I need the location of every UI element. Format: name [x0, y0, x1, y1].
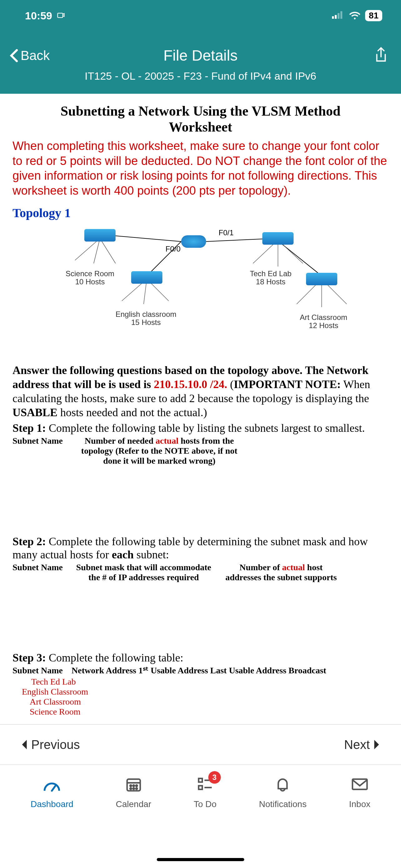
step1-line: Step 1: Complete the following table by …	[12, 422, 389, 435]
next-label: Next	[344, 738, 370, 752]
step2-line: Step 2: Complete the following table by …	[12, 535, 389, 561]
bell-icon	[273, 774, 293, 794]
svg-rect-2	[335, 15, 337, 19]
switch-icon	[306, 273, 337, 285]
todo-icon: 3	[195, 774, 215, 794]
table2-header: Subnet Name Subnet mask that will accomm…	[12, 562, 389, 582]
science-hosts: 10 Hosts	[75, 277, 105, 286]
back-label: Back	[21, 48, 49, 63]
svg-rect-3	[338, 13, 339, 19]
doc-title-2: Worksheet	[12, 119, 389, 135]
step3-line: Step 3: Complete the following table:	[12, 651, 389, 664]
art-hosts: 12 Hosts	[309, 321, 338, 330]
router-icon	[181, 235, 206, 248]
cellular-icon	[332, 10, 344, 22]
switch-icon	[262, 232, 294, 245]
tab-inbox-label: Inbox	[349, 799, 371, 809]
answer-intro: Answer the following questions based on …	[12, 363, 389, 420]
page-subtitle: IT125 - OL - 20025 - F23 - Fund of IPv4 …	[0, 70, 401, 82]
tab-todo-label: To Do	[194, 799, 216, 809]
svg-rect-4	[340, 11, 342, 19]
svg-rect-35	[352, 779, 367, 789]
svg-line-11	[100, 239, 115, 264]
row-science: Science Room	[30, 707, 389, 717]
back-button[interactable]: Back	[9, 48, 49, 63]
svg-rect-0	[58, 13, 63, 18]
battery-indicator: 81	[365, 10, 382, 21]
svg-line-9	[75, 239, 100, 260]
switch-icon	[131, 271, 162, 284]
wifi-icon	[349, 10, 361, 22]
svg-rect-31	[199, 778, 202, 782]
camera-icon	[57, 10, 65, 22]
english-hosts: 15 Hosts	[131, 318, 161, 327]
row-teched: Tech Ed Lab	[31, 677, 389, 687]
svg-point-28	[130, 788, 132, 789]
teched-hosts: 18 Hosts	[256, 277, 286, 286]
topology1-diagram: F0/0 F0/1 Science Room 10 Hosts English …	[12, 223, 389, 360]
tab-calendar-label: Calendar	[116, 799, 152, 809]
table3-header: Subnet Name Network Address 1ˢᵗ Usable A…	[12, 665, 389, 676]
doc-intro: When completing this worksheet, make sur…	[12, 139, 389, 198]
switch-icon	[84, 229, 115, 242]
row-art: Art Classroom	[30, 697, 389, 707]
svg-rect-1	[332, 16, 334, 19]
previous-label: Previous	[31, 738, 80, 752]
nav-bar: Back File Details IT125 - OL - 20025 - F…	[0, 31, 401, 94]
svg-rect-33	[199, 786, 202, 789]
todo-badge: 3	[208, 771, 221, 784]
next-button[interactable]: Next	[344, 738, 379, 752]
tab-calendar[interactable]: Calendar	[116, 774, 152, 809]
interface-f01: F0/1	[219, 228, 234, 237]
share-button[interactable]	[373, 46, 389, 65]
home-indicator[interactable]	[157, 858, 244, 861]
svg-point-27	[136, 785, 137, 786]
table1-header: Subnet Name Number of needed actual host…	[12, 436, 389, 466]
previous-button[interactable]: Previous	[22, 738, 80, 752]
prev-next-toolbar: Previous Next	[0, 724, 401, 765]
interface-f00: F0/0	[166, 245, 180, 253]
science-label: Science Room	[66, 269, 114, 278]
teched-label: Tech Ed Lab	[250, 269, 291, 278]
document-content: Subnetting a Network Using the VLSM Meth…	[0, 94, 401, 823]
tab-dashboard-label: Dashboard	[31, 799, 73, 809]
table3-rows: Tech Ed Lab English Classroom Art Classr…	[12, 677, 389, 717]
svg-point-25	[130, 785, 132, 786]
status-bar: 10:59 81	[0, 0, 401, 31]
svg-line-5	[109, 235, 181, 242]
svg-line-10	[94, 239, 100, 264]
page-title: File Details	[163, 47, 237, 64]
svg-point-29	[133, 788, 134, 789]
tab-notifications[interactable]: Notifications	[259, 774, 307, 809]
tab-inbox[interactable]: Inbox	[349, 774, 371, 809]
art-label: Art Classroom	[300, 313, 347, 321]
svg-point-30	[136, 788, 137, 789]
status-time: 10:59	[25, 10, 52, 22]
svg-point-26	[133, 785, 134, 786]
english-label: English classroom	[115, 310, 176, 318]
tab-notifications-label: Notifications	[259, 799, 307, 809]
tab-bar: Dashboard Calendar 3 To Do Notifications…	[0, 765, 401, 868]
calendar-icon	[124, 774, 144, 794]
tab-dashboard[interactable]: Dashboard	[31, 774, 73, 809]
tab-todo[interactable]: 3 To Do	[194, 774, 216, 809]
doc-title-1: Subnetting a Network Using the VLSM Meth…	[12, 103, 389, 119]
mail-icon	[350, 774, 370, 794]
row-english: English Classroom	[22, 687, 389, 697]
topology1-heading: Topology 1	[12, 206, 389, 220]
dashboard-icon	[42, 774, 62, 794]
